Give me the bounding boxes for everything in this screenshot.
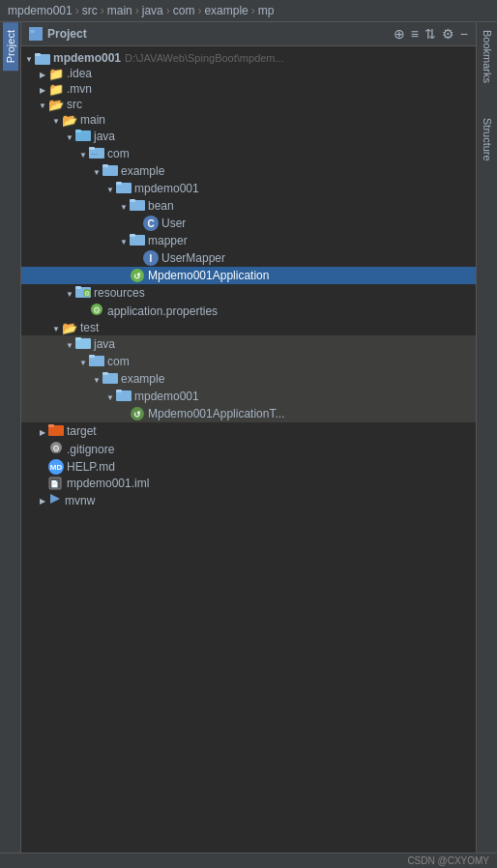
target-toggle[interactable] bbox=[37, 426, 48, 437]
tree-item-test[interactable]: 📂 test bbox=[21, 320, 476, 335]
svg-marker-41 bbox=[50, 494, 60, 504]
tree-item-com-test[interactable]: com bbox=[21, 353, 476, 370]
locate-icon[interactable]: ⊕ bbox=[394, 26, 405, 42]
sidebar-tab-project[interactable]: Project bbox=[3, 22, 18, 71]
svg-rect-16 bbox=[130, 234, 135, 237]
example-test-folder-icon bbox=[102, 371, 118, 387]
svg-text:↺: ↺ bbox=[133, 410, 141, 420]
svg-rect-5 bbox=[75, 130, 81, 132]
tree-item-mpdemo001app[interactable]: ↺ Mpdemo001Application bbox=[21, 267, 476, 284]
apptest-icon: ↺ bbox=[130, 406, 145, 421]
bean-toggle[interactable] bbox=[118, 201, 130, 212]
tree-item-bean[interactable]: bean bbox=[21, 197, 476, 215]
tree-root[interactable]: mpdemo001 D:\JAVAWeb\SpingBoot\mpdem... bbox=[21, 50, 476, 66]
tree-item-main[interactable]: 📂 main bbox=[21, 112, 476, 128]
panel-title: Project bbox=[47, 27, 394, 41]
breadcrumb-item-7[interactable]: mp bbox=[258, 4, 275, 17]
example-folder-icon bbox=[102, 163, 118, 179]
src-label: src bbox=[67, 98, 82, 111]
svg-rect-32 bbox=[116, 390, 122, 392]
tree-item-iml[interactable]: 📄 mpdemo001.iml bbox=[21, 476, 476, 491]
tree-item-user[interactable]: C User bbox=[21, 215, 476, 232]
sort-icon[interactable]: ⇅ bbox=[424, 26, 436, 42]
resources-toggle[interactable] bbox=[64, 288, 75, 299]
resources-label: resources bbox=[94, 286, 145, 300]
main-folder-icon: 📂 bbox=[62, 113, 77, 127]
svg-text:📄: 📄 bbox=[50, 479, 59, 488]
helpmd-icon: MD bbox=[48, 459, 64, 475]
tree-item-mpdemo001-test[interactable]: mpdemo001 bbox=[21, 388, 476, 405]
tree-item-src[interactable]: 📂 src bbox=[21, 97, 476, 112]
svg-text:⚙: ⚙ bbox=[84, 290, 90, 297]
com-test-folder-icon bbox=[89, 354, 104, 369]
sidebar-tab-structure[interactable]: Structure bbox=[480, 110, 495, 169]
project-tree[interactable]: mpdemo001 D:\JAVAWeb\SpingBoot\mpdem... … bbox=[21, 46, 476, 853]
svg-rect-10 bbox=[102, 164, 108, 167]
breadcrumb-item-4[interactable]: java bbox=[142, 4, 163, 17]
appprops-icon: ⚙ bbox=[89, 303, 104, 319]
tree-item-example-test[interactable]: example bbox=[21, 370, 476, 388]
mpdemo001-test-toggle[interactable] bbox=[104, 391, 116, 402]
svg-rect-36 bbox=[48, 424, 54, 427]
idea-folder-icon: 📁 bbox=[48, 67, 64, 80]
java-test-toggle[interactable] bbox=[64, 339, 75, 350]
root-path: D:\JAVAWeb\SpingBoot\mpdem... bbox=[125, 52, 284, 64]
java-test-label: java bbox=[94, 337, 115, 351]
example-test-label: example bbox=[121, 372, 164, 386]
example-test-toggle[interactable] bbox=[91, 374, 102, 385]
mvn-toggle[interactable] bbox=[37, 84, 48, 95]
src-folder-icon: 📂 bbox=[48, 98, 64, 111]
mapper-label: mapper bbox=[148, 234, 188, 247]
svg-rect-7 bbox=[89, 147, 95, 150]
tree-item-target[interactable]: target bbox=[21, 422, 476, 440]
minimize-icon[interactable]: − bbox=[460, 26, 468, 42]
tree-item-idea[interactable]: 📁 .idea bbox=[21, 66, 476, 81]
tree-item-java-test[interactable]: java bbox=[21, 335, 476, 353]
tree-item-appprops[interactable]: ⚙ application.properties bbox=[21, 302, 476, 320]
test-toggle[interactable] bbox=[50, 323, 62, 333]
com-folder-icon: ⋯ bbox=[89, 146, 104, 161]
tree-item-mvnw[interactable]: mvnw bbox=[21, 491, 476, 509]
mapper-toggle[interactable] bbox=[118, 236, 130, 246]
tree-item-helpmd[interactable]: MD HELP.md bbox=[21, 458, 476, 476]
tree-item-example[interactable]: example bbox=[21, 162, 476, 180]
svg-rect-12 bbox=[116, 182, 122, 185]
appprops-label: application.properties bbox=[107, 304, 218, 318]
tree-item-mapper[interactable]: mapper bbox=[21, 232, 476, 249]
com-test-toggle[interactable] bbox=[77, 357, 89, 367]
java-toggle[interactable] bbox=[64, 131, 75, 142]
sidebar-tab-bookmarks[interactable]: Bookmarks bbox=[480, 22, 495, 91]
tree-item-mvn[interactable]: 📁 .mvn bbox=[21, 81, 476, 97]
left-sidebar: Project bbox=[0, 22, 21, 853]
root-label: mpdemo001 bbox=[53, 51, 121, 65]
tree-item-java[interactable]: java bbox=[21, 128, 476, 145]
tree-item-mpdemo001-main[interactable]: mpdemo001 bbox=[21, 180, 476, 197]
gitignore-icon: ⚙ bbox=[48, 441, 64, 457]
collapse-icon[interactable]: ≡ bbox=[411, 26, 419, 42]
user-class-icon: C bbox=[143, 216, 159, 231]
com-toggle[interactable] bbox=[77, 149, 89, 159]
idea-toggle[interactable] bbox=[37, 69, 48, 79]
breadcrumb-item-3[interactable]: main bbox=[107, 4, 132, 17]
tree-item-usermapper[interactable]: I UserMapper bbox=[21, 249, 476, 267]
main-toggle[interactable] bbox=[50, 115, 62, 126]
breadcrumb-item-2[interactable]: src bbox=[82, 4, 98, 17]
tree-item-apptest[interactable]: ↺ Mpdemo001ApplicationT... bbox=[21, 405, 476, 422]
breadcrumb-item-6[interactable]: example bbox=[204, 4, 248, 17]
mpdemo001-main-label: mpdemo001 bbox=[134, 182, 199, 195]
root-toggle[interactable] bbox=[23, 53, 35, 64]
tree-item-com[interactable]: ⋯ com bbox=[21, 145, 476, 162]
mpdemo001-test-label: mpdemo001 bbox=[134, 390, 199, 403]
breadcrumb-item-1[interactable]: mpdemo001 bbox=[8, 4, 73, 17]
tree-item-resources[interactable]: ⚙ resources bbox=[21, 284, 476, 302]
example-toggle[interactable] bbox=[91, 166, 102, 177]
com-label: com bbox=[107, 147, 130, 160]
src-toggle[interactable] bbox=[37, 100, 48, 110]
java-label: java bbox=[94, 130, 115, 143]
tree-item-gitignore[interactable]: ⚙ .gitignore bbox=[21, 440, 476, 458]
settings-icon[interactable]: ⚙ bbox=[442, 26, 454, 42]
mpdemo001-main-toggle[interactable] bbox=[104, 184, 116, 194]
breadcrumb: mpdemo001 › src › main › java › com › ex… bbox=[0, 0, 497, 22]
breadcrumb-item-5[interactable]: com bbox=[173, 4, 195, 17]
mvnw-toggle[interactable] bbox=[37, 495, 48, 506]
